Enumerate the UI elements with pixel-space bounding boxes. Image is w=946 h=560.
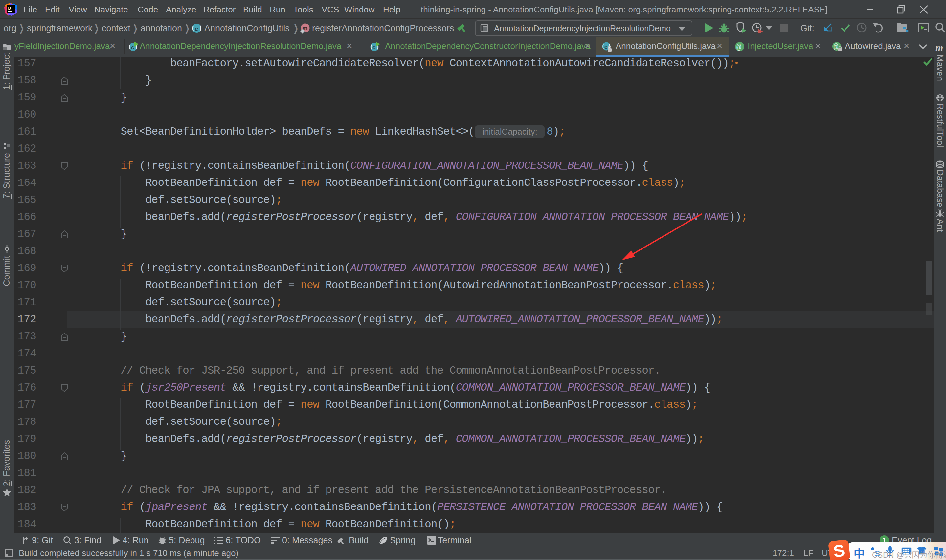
svg-text:@: @ — [736, 43, 741, 52]
svg-text:c: c — [373, 44, 376, 51]
svg-text:@: @ — [834, 43, 838, 52]
svg-text:c: c — [195, 25, 199, 32]
svg-text:c: c — [131, 44, 134, 51]
svg-text:c: c — [604, 44, 607, 50]
svg-text:IJ: IJ — [8, 6, 11, 11]
